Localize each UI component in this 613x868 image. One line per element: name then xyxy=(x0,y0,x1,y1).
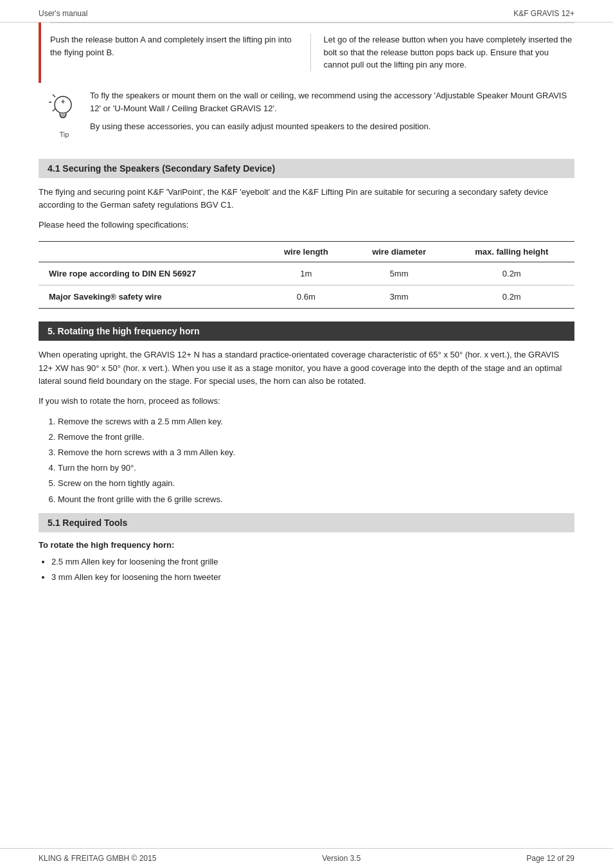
row-label: Major Saveking® safety wire xyxy=(39,285,263,308)
step-item: Screw on the horn tightly again. xyxy=(58,476,574,491)
step-item: Mount the front grille with the 6 grille… xyxy=(58,493,574,507)
col-header-empty xyxy=(39,241,263,262)
svg-line-2 xyxy=(53,109,55,111)
tip-icon xyxy=(49,92,80,128)
section-5-heading: 5. Rotating the high frequency horn xyxy=(39,321,574,341)
footer-copyright: KLING & FREITAG GMBH © 2015 xyxy=(39,854,156,863)
row-wire-diameter: 5mm xyxy=(350,262,449,285)
section-5-1: 5.1 Required Tools To rotate the high fr… xyxy=(39,513,574,584)
page: User's manual K&F GRAVIS 12+ Push the re… xyxy=(0,0,613,868)
section-4-1: 4.1 Securing the Speakers (Secondary Saf… xyxy=(39,159,574,309)
instruction-row: Push the release button A and completely… xyxy=(50,23,574,71)
step-item: Remove the screws with a 2.5 mm Allen ke… xyxy=(58,415,574,429)
row-wire-diameter: 3mm xyxy=(350,285,449,308)
step-item: Remove the front grille. xyxy=(58,430,574,444)
section-5-1-heading: 5.1 Required Tools xyxy=(39,513,574,532)
col-header-max-falling: max. falling height xyxy=(449,241,574,262)
table-row: Major Saveking® safety wire 0.6m 3mm 0.2… xyxy=(39,285,574,308)
footer-page: Page 12 of 29 xyxy=(526,854,574,863)
tip-para1: To fly the speakers or mount them on the… xyxy=(90,89,574,115)
page-header: User's manual K&F GRAVIS 12+ xyxy=(0,0,613,23)
instruction-section: Push the release button A and completely… xyxy=(39,23,574,83)
section-4-1-body2: Please heed the following specifications… xyxy=(39,219,574,232)
steps-list: Remove the screws with a 2.5 mm Allen ke… xyxy=(58,415,574,507)
footer-version: Version 3.5 xyxy=(322,854,360,863)
step-item: Remove the horn screws with a 3 mm Allen… xyxy=(58,446,574,460)
section-4-1-body1: The flying and securing point K&F 'VariP… xyxy=(39,186,574,213)
section-5-1-subheading: To rotate the high frequency horn: xyxy=(39,540,574,550)
tip-section: Tip To fly the speakers or mount them on… xyxy=(39,89,574,145)
doc-product: K&F GRAVIS 12+ xyxy=(513,9,574,18)
section-4-1-heading: 4.1 Securing the Speakers (Secondary Saf… xyxy=(39,159,574,178)
col-header-wire-diameter: wire diameter xyxy=(350,241,449,262)
tool-item: 2.5 mm Allen key for loosening the front… xyxy=(51,555,574,569)
section-5-body2: If you wish to rotate the horn, proceed … xyxy=(39,395,574,408)
col-header-wire-length: wire length xyxy=(263,241,350,262)
doc-title: User's manual xyxy=(39,9,87,18)
red-bar xyxy=(39,23,41,83)
page-footer: KLING & FREITAG GMBH © 2015 Version 3.5 … xyxy=(0,848,613,868)
instruction-left: Push the release button A and completely… xyxy=(50,33,310,71)
svg-point-3 xyxy=(55,96,71,113)
table-row: Wire rope according to DIN EN 56927 1m 5… xyxy=(39,262,574,285)
svg-line-0 xyxy=(53,95,55,97)
row-label: Wire rope according to DIN EN 56927 xyxy=(39,262,263,285)
tools-list: 2.5 mm Allen key for loosening the front… xyxy=(51,555,574,584)
instruction-right: Let go of the release button when you ha… xyxy=(310,33,575,71)
tip-text: To fly the speakers or mount them on the… xyxy=(90,89,574,133)
section-5: 5. Rotating the high frequency horn When… xyxy=(39,321,574,507)
tool-item: 3 mm Allen key for loosening the horn tw… xyxy=(51,570,574,584)
row-wire-length: 1m xyxy=(263,262,350,285)
tip-para2: By using these accessories, you can easi… xyxy=(90,120,574,133)
step-item: Turn the horn by 90°. xyxy=(58,461,574,475)
content-area: Push the release button A and completely… xyxy=(0,23,613,615)
specs-table: wire length wire diameter max. falling h… xyxy=(39,241,574,309)
tip-label: Tip xyxy=(60,131,69,138)
section-5-body1: When operating upright, the GRAVIS 12+ N… xyxy=(39,348,574,388)
tip-icon-area: Tip xyxy=(39,89,90,138)
row-wire-length: 0.6m xyxy=(263,285,350,308)
row-max-falling: 0.2m xyxy=(449,285,574,308)
row-max-falling: 0.2m xyxy=(449,262,574,285)
